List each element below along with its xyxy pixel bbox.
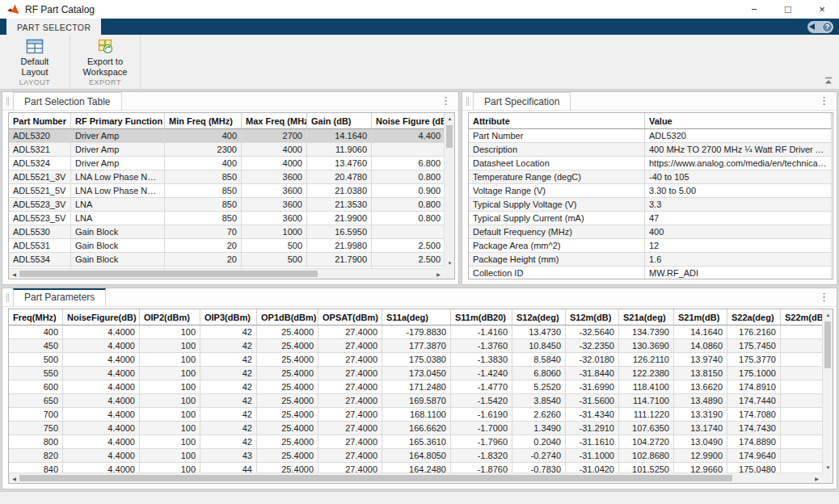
table-row[interactable]: ADL5521_3VLNA Low Phase Noise850360020.4… bbox=[9, 170, 444, 184]
table-cell[interactable]: 4.4000 bbox=[63, 408, 140, 422]
table-cell[interactable]: 2.500 bbox=[372, 239, 444, 253]
table-cell[interactable]: 450 bbox=[9, 339, 63, 353]
scrollbar-thumb[interactable] bbox=[19, 475, 732, 481]
table-cell[interactable]: 13.3190 bbox=[674, 408, 727, 422]
table-cell[interactable]: ADL5324 bbox=[9, 157, 71, 170]
table-cell[interactable]: 400 bbox=[165, 157, 242, 170]
table-row[interactable]: Datasheet Locationhttps://www.analog.com… bbox=[469, 157, 832, 170]
horizontal-scrollbar[interactable]: ◀ ▶ bbox=[9, 472, 822, 483]
table-cell[interactable]: 165.3610 bbox=[382, 435, 451, 449]
table-row[interactable]: ADL5321Driver Amp2300400011.9060 bbox=[9, 143, 444, 157]
panel-menu-icon[interactable]: ⋮ bbox=[812, 288, 837, 306]
table-cell[interactable]: 13.8150 bbox=[674, 367, 727, 380]
table-cell[interactable]: Datasheet Location bbox=[469, 157, 645, 170]
table-cell[interactable]: 174.7080 bbox=[727, 408, 781, 422]
table-cell[interactable]: 42 bbox=[200, 408, 257, 422]
table-cell[interactable]: 3600 bbox=[242, 170, 307, 184]
table-row[interactable]: ADL5324Driver Amp400400013.47606.800 bbox=[9, 157, 444, 170]
table-cell[interactable]: 850 bbox=[165, 184, 242, 198]
table-cell[interactable]: 400 bbox=[165, 129, 242, 143]
table-cell[interactable]: Driver Amp bbox=[71, 143, 165, 157]
table-row[interactable]: Part NumberADL5320 bbox=[469, 129, 832, 143]
table-cell[interactable]: 100 bbox=[140, 380, 200, 394]
table-cell[interactable]: -1.4770 bbox=[451, 380, 512, 394]
export-to-workspace-button[interactable]: Export to Workspace bbox=[70, 35, 140, 77]
table-cell[interactable]: 10.8450 bbox=[512, 339, 566, 353]
tab-part-selection-table[interactable]: Part Selection Table bbox=[13, 92, 122, 110]
table-cell[interactable]: 25.4000 bbox=[257, 353, 318, 367]
table-row[interactable]: Voltage Range (V)3.30 to 5.00 bbox=[469, 184, 832, 198]
table-cell[interactable]: 2700 bbox=[242, 129, 307, 143]
table-cell[interactable] bbox=[781, 449, 822, 463]
table-cell[interactable] bbox=[781, 422, 822, 435]
table-cell[interactable]: 3.3 bbox=[645, 198, 832, 212]
table-cell[interactable]: 4.4000 bbox=[63, 353, 140, 367]
table-cell[interactable]: 27.4000 bbox=[318, 339, 382, 353]
table-cell[interactable]: 27.4000 bbox=[318, 380, 382, 394]
column-header[interactable]: Gain (dB) bbox=[307, 113, 372, 129]
vertical-scrollbar[interactable]: ▲ ▼ bbox=[822, 309, 833, 472]
table-cell[interactable]: 14.1640 bbox=[674, 326, 727, 339]
table-cell[interactable]: MW.RF_ADI bbox=[645, 267, 832, 279]
table-cell[interactable]: 27.4000 bbox=[318, 408, 382, 422]
table-cell[interactable]: 164.2480 bbox=[382, 463, 451, 472]
panel-drag-handle-icon[interactable] bbox=[466, 97, 469, 106]
table-cell[interactable]: https://www.analog.com/media/en/technica… bbox=[645, 157, 832, 170]
table-cell[interactable]: 171.2480 bbox=[382, 380, 451, 394]
table-cell[interactable]: -179.8830 bbox=[382, 326, 451, 339]
table-cell[interactable]: -1.5420 bbox=[451, 394, 512, 408]
column-header[interactable]: Freq(MHz) bbox=[9, 309, 63, 326]
table-cell[interactable]: 4000 bbox=[242, 157, 307, 170]
table-cell[interactable]: Typical Supply Voltage (V) bbox=[469, 198, 645, 212]
table-cell[interactable]: 44 bbox=[200, 463, 257, 472]
table-cell[interactable]: 13.4890 bbox=[674, 394, 727, 408]
table-cell[interactable]: 14.0860 bbox=[674, 339, 727, 353]
table-cell[interactable]: 0.800 bbox=[372, 198, 444, 212]
table-cell[interactable]: 21.7900 bbox=[307, 253, 372, 267]
table-row[interactable]: Default Frequency (MHz)400 bbox=[469, 225, 832, 239]
table-cell[interactable]: 111.1220 bbox=[619, 408, 674, 422]
table-row[interactable]: 7504.40001004225.400027.4000166.6620-1.7… bbox=[9, 422, 822, 435]
table-cell[interactable]: 27.4000 bbox=[318, 353, 382, 367]
table-cell[interactable]: 174.7440 bbox=[727, 394, 781, 408]
table-cell[interactable]: 42 bbox=[200, 353, 257, 367]
column-header[interactable]: Max Freq (MHz) bbox=[242, 113, 307, 129]
table-row[interactable]: ADL5521_5VLNA Low Phase Noise850360021.0… bbox=[9, 184, 444, 198]
table-cell[interactable]: 174.8910 bbox=[727, 380, 781, 394]
table-cell[interactable]: 2.500 bbox=[372, 253, 444, 267]
table-cell[interactable]: 104.2720 bbox=[619, 435, 674, 449]
table-cell[interactable]: -31.6990 bbox=[566, 380, 619, 394]
table-cell[interactable] bbox=[781, 435, 822, 449]
tab-part-specification[interactable]: Part Specification bbox=[473, 92, 571, 110]
table-cell[interactable]: 42 bbox=[200, 394, 257, 408]
table-cell[interactable]: 169.5870 bbox=[382, 394, 451, 408]
table-cell[interactable]: 1.3490 bbox=[512, 422, 566, 435]
table-cell[interactable]: 2.6260 bbox=[512, 408, 566, 422]
table-cell[interactable]: 175.7450 bbox=[727, 339, 781, 353]
table-cell[interactable]: Typical Supply Current (mA) bbox=[469, 212, 645, 225]
table-cell[interactable]: ADL5521_3V bbox=[9, 170, 71, 184]
table-cell[interactable]: 4.4000 bbox=[63, 326, 140, 339]
table-cell[interactable]: 168.1100 bbox=[382, 408, 451, 422]
scrollbar-thumb[interactable] bbox=[19, 271, 318, 277]
table-cell[interactable]: LNA bbox=[71, 212, 165, 225]
table-row[interactable]: Typical Supply Voltage (V)3.3 bbox=[469, 198, 832, 212]
table-cell[interactable]: 130.3690 bbox=[619, 339, 674, 353]
table-cell[interactable]: 25.4000 bbox=[257, 326, 318, 339]
table-row[interactable]: 4504.40001004225.400027.4000177.3870-1.3… bbox=[9, 339, 822, 353]
table-cell[interactable]: 16.5950 bbox=[307, 225, 372, 239]
column-header[interactable]: Noise Figure (dB) bbox=[372, 113, 444, 129]
table-cell[interactable]: 600 bbox=[9, 380, 63, 394]
table-cell[interactable]: 20.4780 bbox=[307, 170, 372, 184]
table-cell[interactable]: 42 bbox=[200, 326, 257, 339]
table-cell[interactable]: ADL5320 bbox=[645, 129, 832, 143]
table-row[interactable]: 6504.40001004225.400027.4000169.5870-1.5… bbox=[9, 394, 822, 408]
table-cell[interactable]: 3.30 to 5.00 bbox=[645, 184, 832, 198]
table-cell[interactable]: 27.4000 bbox=[318, 326, 382, 339]
table-cell[interactable]: 118.4100 bbox=[619, 380, 674, 394]
column-header[interactable]: S12a(deg) bbox=[512, 309, 566, 326]
scroll-down-icon[interactable]: ▼ bbox=[445, 258, 455, 268]
table-cell[interactable]: 12.9900 bbox=[674, 449, 727, 463]
table-cell[interactable]: 650 bbox=[9, 394, 63, 408]
column-header[interactable]: OIP3(dBm) bbox=[200, 309, 257, 326]
